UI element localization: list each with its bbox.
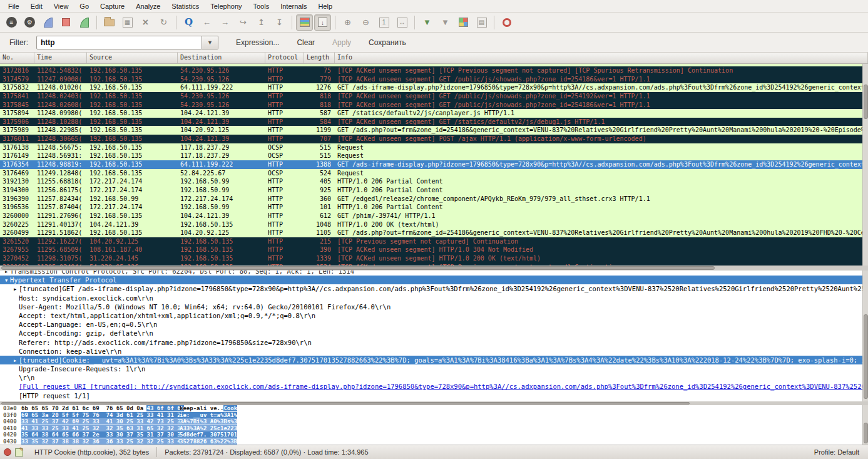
zoom-in-icon[interactable]: ⊕ (339, 14, 356, 31)
menu-file[interactable]: File (3, 1, 25, 11)
packet-row[interactable]: 317590611248.10288(192.168.50.135104.24.… (0, 118, 862, 126)
packet-details-vscrollbar[interactable] (862, 271, 868, 401)
menu-tools[interactable]: Tools (248, 1, 275, 11)
filter-dropdown-button[interactable]: ▼ (202, 36, 218, 49)
packet-row[interactable]: 317589411248.09980(192.168.50.135104.24.… (0, 109, 862, 118)
menu-telephony[interactable]: Telephony (205, 1, 247, 11)
filter-input[interactable] (36, 36, 202, 49)
zoom-out-icon[interactable]: ⊖ (357, 14, 374, 31)
column-header-time[interactable]: Time (34, 53, 87, 63)
menu-help[interactable]: Help (312, 1, 338, 11)
detail-line[interactable]: \r\n (0, 373, 862, 382)
resize-columns-icon[interactable]: ↔ (394, 14, 411, 31)
column-header-protocol[interactable]: Protocol (265, 53, 304, 63)
packet-bytes-pane[interactable]: 03e06b 65 65 70 2d 61 6c 69 76 65 0d 0a … (0, 405, 862, 445)
coloring-rules-icon[interactable] (455, 14, 472, 31)
list-interfaces-icon[interactable]: ≡ (3, 14, 20, 31)
packet-bytes-vscrollbar-thumb[interactable] (864, 423, 868, 443)
packet-bytes-vscrollbar[interactable] (862, 405, 868, 445)
hex-row[interactable]: 03f069 65 3a 20 5f 5f 75 76 74 3d 61 25 … (0, 412, 862, 419)
collapsed-arrow-icon[interactable]: ▸ (13, 284, 19, 293)
packet-row[interactable]: 317281611242.54832(192.168.50.13554.230.… (0, 66, 862, 75)
preferences-icon[interactable]: ▤ (473, 14, 490, 31)
packet-row[interactable]: 319430011256.86175(172.217.24.174192.168… (0, 186, 862, 195)
find-packet-icon[interactable]: Q (180, 14, 197, 31)
help-icon[interactable] (498, 14, 515, 31)
packet-list-hscrollbar-thumb[interactable] (1, 266, 715, 270)
detail-line[interactable]: Upgrade-Insecure-Requests: 1\r\n (0, 364, 862, 373)
packet-row[interactable]: 317635411248.98819:192.168.50.13564.111.… (0, 160, 862, 169)
menu-capture[interactable]: Capture (94, 1, 130, 11)
packet-row[interactable]: 317646911249.12848(192.168.50.13552.84.2… (0, 169, 862, 178)
packet-list-vscrollbar-thumb[interactable] (864, 85, 868, 119)
open-file-icon[interactable] (101, 14, 118, 31)
menu-go[interactable]: Go (74, 1, 94, 11)
detail-line[interactable]: Connection: keep-alive\r\n (0, 347, 862, 356)
detail-line[interactable]: ▸[truncated]Cookie: __uvt=a%3A1%3A%7Bi%3… (0, 356, 862, 364)
detail-line[interactable]: User-Agent: Mozilla/5.0 (Windows NT 10.0… (0, 302, 862, 311)
hex-row[interactable]: 03e06b 65 65 70 2d 61 6c 69 76 65 0d 0a … (0, 405, 862, 412)
display-filters-icon[interactable]: ▼ (437, 14, 454, 31)
packet-row[interactable]: 317598911248.22985(192.168.50.135104.20.… (0, 126, 862, 135)
hex-row[interactable]: 043033 35 32 37 38 38 32 36 36 33 25 32 … (0, 438, 862, 445)
go-to-bottom-icon[interactable]: ↧ (271, 14, 288, 31)
zoom-100-icon[interactable]: 1 (375, 14, 392, 31)
packet-row[interactable]: 317584111248.02403(192.168.50.13554.230.… (0, 92, 862, 101)
packet-row[interactable]: 317583211248.01020(192.168.50.13564.111.… (0, 83, 862, 92)
expression-button[interactable]: Expression... (236, 38, 279, 47)
detail-line[interactable]: Accept: text/html,application/xhtml+xml,… (0, 311, 862, 320)
restart-capture-icon[interactable] (76, 14, 93, 31)
go-forward-icon[interactable]: → (217, 14, 233, 31)
hex-row[interactable]: 042035 64 38 64 65 66 37 2e 33 30 37 35 … (0, 431, 862, 438)
detail-line[interactable]: Accept-Encoding: gzip, deflate\r\n (0, 329, 862, 338)
detail-line[interactable]: Accept-Language: en-US,en;q=0.5\r\n (0, 320, 862, 329)
packet-row[interactable]: 327045211298.31075(31.220.24.145192.168.… (0, 254, 862, 263)
packet-list-hscrollbar[interactable] (0, 266, 868, 271)
clear-button[interactable]: Clear (297, 38, 315, 47)
detail-line[interactable]: ▾Hypertext Transfer Protocol (0, 276, 862, 284)
reload-icon[interactable]: ↻ (155, 14, 172, 31)
packet-row[interactable]: 319639011257.82434(192.168.50.99172.217.… (0, 195, 862, 204)
capture-options-icon[interactable]: ⚙ (21, 14, 38, 31)
packet-row[interactable]: 317584511248.02608(192.168.50.13554.230.… (0, 101, 862, 110)
capture-comment-icon[interactable] (15, 448, 23, 456)
detail-line[interactable]: ▸[truncated]GET /ads-iframe-display.php?… (0, 284, 862, 293)
menu-edit[interactable]: Edit (25, 1, 48, 11)
column-header-source[interactable]: Source (87, 53, 178, 63)
save-file-icon[interactable]: ▦ (119, 14, 136, 31)
go-to-top-icon[interactable]: ↥ (253, 14, 270, 31)
packet-row[interactable]: 326022511291.40137(104.24.121.39192.168.… (0, 220, 862, 229)
collapsed-arrow-icon[interactable]: ▸ (13, 356, 19, 364)
menu-view[interactable]: View (48, 1, 74, 11)
packet-details-hscrollbar-thumb[interactable] (1, 402, 690, 405)
apply-button[interactable]: Apply (332, 38, 351, 47)
go-back-icon[interactable]: ← (198, 14, 215, 31)
packet-row[interactable]: 326795511295.68509(108.161.187.40192.168… (0, 245, 862, 254)
profile-selector[interactable]: Profile: Default (814, 448, 859, 456)
start-capture-icon[interactable] (39, 14, 56, 31)
detail-line[interactable]: Host: syndication.exoclick.com\r\n (0, 294, 862, 302)
packet-details-vscrollbar-thumb[interactable] (864, 314, 868, 399)
expert-info-icon[interactable] (4, 448, 11, 456)
colorize-packet-list-icon[interactable] (296, 14, 313, 31)
packet-row[interactable]: 319653611257.87404(172.217.24.174192.168… (0, 203, 862, 212)
save-filter-button[interactable]: Сохранить (369, 38, 406, 47)
stop-capture-icon[interactable] (58, 14, 74, 31)
column-header-info[interactable]: Info (335, 53, 868, 63)
packet-row[interactable]: 317613811248.56675:192.168.50.135117.18.… (0, 143, 862, 152)
collapsed-arrow-icon[interactable]: ▸ (4, 271, 10, 276)
hex-row[interactable]: 040033 41 25 37 42 69 25 33 41 30 25 33 … (0, 418, 862, 425)
hex-row[interactable]: 041041 33 33 25 33 41 25 32 32 35 63 31 … (0, 425, 862, 432)
detail-line[interactable]: Referer: http://ads.exoclick.com/iframe.… (0, 338, 862, 347)
capture-filters-icon[interactable]: ▼ (419, 14, 436, 31)
auto-scroll-icon[interactable]: ↓ (314, 14, 331, 31)
detail-line[interactable]: ▸Transmission Control Protocol, Src Port… (0, 271, 862, 276)
packet-list-vscrollbar[interactable] (862, 64, 868, 266)
detail-line[interactable]: [HTTP request 1/1] (0, 391, 862, 400)
packet-row[interactable]: 326000011291.27696(192.168.50.135104.24.… (0, 212, 862, 220)
packet-row[interactable]: 319213011255.68818(172.217.24.174192.168… (0, 177, 862, 186)
packet-row[interactable]: 326152011292.16227(104.20.92.125192.168.… (0, 237, 862, 246)
go-to-packet-icon[interactable]: ↪ (235, 14, 252, 31)
close-file-icon[interactable]: × (137, 14, 154, 31)
expanded-arrow-icon[interactable]: ▾ (4, 276, 10, 284)
